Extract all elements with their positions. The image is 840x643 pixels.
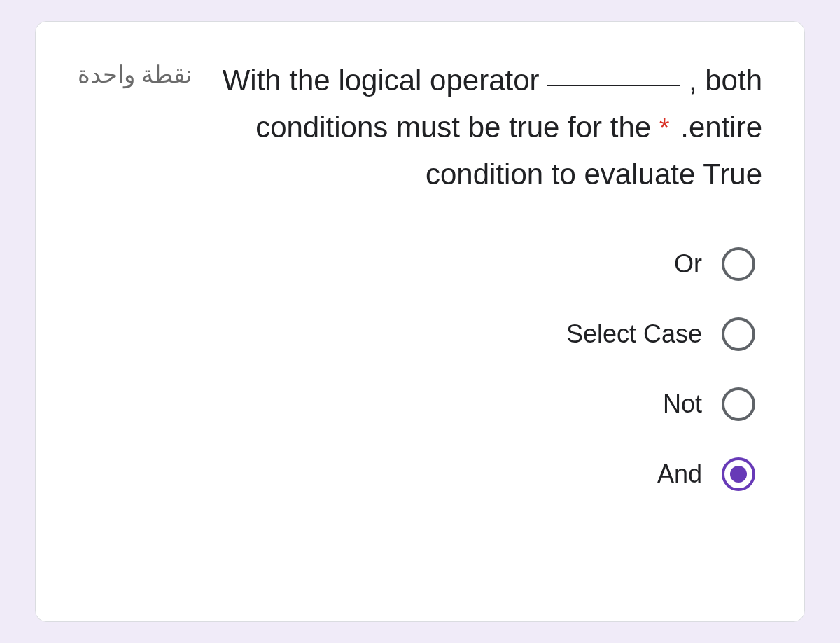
radio-wrapper [722,387,755,421]
points-label: نقطة واحدة [78,57,192,88]
radio-icon[interactable] [722,317,755,351]
options-list: Or Select Case Not And [78,247,762,491]
option-or[interactable]: Or [674,247,755,281]
option-not[interactable]: Not [663,387,755,421]
option-label: Or [674,249,702,279]
required-star-icon: * [659,113,670,143]
radio-icon-selected[interactable] [722,457,755,491]
question-card: نقطة واحدة With the logical operator , b… [35,21,805,622]
option-label: And [657,459,702,489]
radio-icon[interactable] [722,247,755,281]
radio-wrapper [722,317,755,351]
question-header: نقطة واحدة With the logical operator , b… [78,57,762,198]
option-select-case[interactable]: Select Case [566,317,755,351]
radio-wrapper [722,457,755,491]
question-text-part1: With the logical operator [223,64,548,97]
blank-line [547,85,680,86]
radio-wrapper [722,247,755,281]
option-and[interactable]: And [657,457,755,491]
radio-icon[interactable] [722,387,755,421]
option-label: Not [663,389,702,419]
question-text: With the logical operator , both conditi… [220,57,762,198]
option-label: Select Case [566,319,702,349]
